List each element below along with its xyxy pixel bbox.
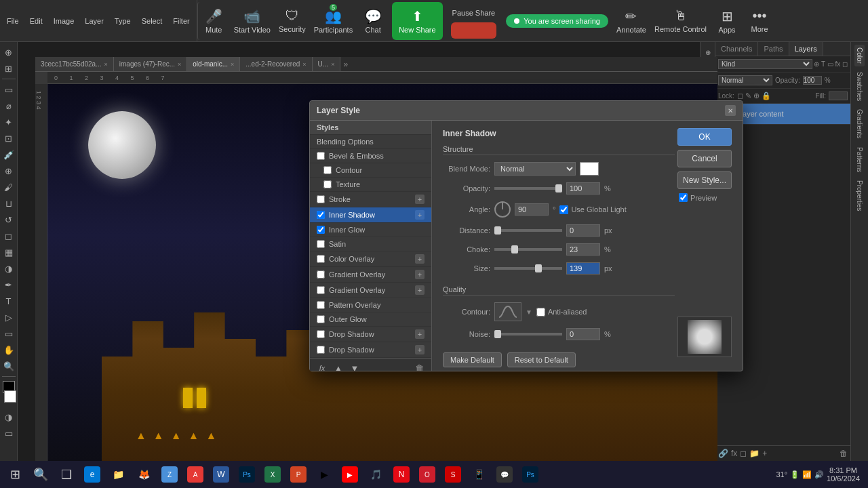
menu-type[interactable]: Type [112,16,134,26]
color-panel-tab[interactable]: Color [854,45,865,66]
start-button[interactable]: ⊞ [3,462,27,487]
tab-1[interactable]: 3cecc17bc55d02a...× [35,57,114,72]
edge-button[interactable]: e [80,463,104,486]
create-layer-btn[interactable]: + [762,449,767,458]
fx-effects-button[interactable]: fx [315,361,329,371]
menu-file[interactable]: File [4,16,22,26]
lasso-tool[interactable]: ⌀ [1,98,16,113]
word-button[interactable]: W [209,463,233,486]
move-down-btn[interactable]: ▼ [348,361,361,371]
blending-options-item[interactable]: Blending Options [310,135,431,149]
menu-select[interactable]: Select [139,16,165,26]
youtube-button[interactable]: ▶ [338,463,362,486]
hand-tool[interactable]: ✋ [1,342,16,357]
gradient-tool[interactable]: ▦ [1,245,16,260]
path-tool[interactable]: ▷ [1,310,16,325]
start-video-button[interactable]: 📹 Start Video [230,2,275,40]
app3-button[interactable]: S [441,463,465,486]
layer-kind-select[interactable]: Kind [718,59,812,69]
gradient-overlay-add-btn-2[interactable]: + [415,285,425,295]
preview-check[interactable] [679,193,688,202]
inner-shadow-add-btn[interactable]: + [415,210,425,220]
app1-button[interactable]: Z [157,463,182,486]
gradient-overlay-check-2[interactable] [317,286,325,294]
blend-mode-select[interactable]: Normal [718,75,772,85]
ps-button[interactable]: Ps [235,463,259,486]
new-style-button[interactable]: New Style... [677,171,732,189]
anti-alias-label[interactable]: Anti-aliased [536,308,587,317]
create-group-btn[interactable]: 📁 [749,449,760,458]
mute-button[interactable]: 🎤 Mute [197,2,230,40]
inner-glow-check[interactable] [317,226,325,234]
cancel-button[interactable]: Cancel [677,150,732,167]
tab-2[interactable]: images (47)-Rec...× [114,57,188,72]
inner-glow-item[interactable]: Inner Glow [310,223,431,237]
pause-share-button[interactable]: Pause Share [448,3,500,22]
choke-input[interactable] [566,243,600,256]
global-light-check[interactable] [559,205,568,214]
noise-input[interactable] [566,328,600,340]
apps-button[interactable]: ⊞ Apps [711,2,743,40]
pattern-overlay-item[interactable]: Pattern Overlay [310,298,431,312]
dialog-close-button[interactable]: ✕ [725,105,736,116]
fill-input[interactable] [829,92,848,100]
gradients-panel-tab[interactable]: Gradients [854,106,865,141]
chat-button[interactable]: 💬 Chat [357,2,389,40]
opacity-slider[interactable] [494,187,562,190]
brush-tool[interactable]: 🖌 [1,180,16,195]
opacity-input-dialog[interactable] [566,182,600,195]
app4-button[interactable]: 📱 [467,463,491,486]
delete-layer-btn[interactable]: 🗑 [840,449,848,458]
menu-image[interactable]: Image [51,16,77,26]
excel-button[interactable]: X [260,463,285,486]
marquee-tool[interactable]: ▭ [1,82,16,97]
satin-item[interactable]: Satin [310,237,431,251]
artboard-tool[interactable]: ⊞ [1,61,16,76]
angle-dial[interactable] [494,201,511,218]
texture-item[interactable]: Texture [310,178,431,192]
contour-item[interactable]: Contour [310,163,431,178]
gradient-overlay-item-2[interactable]: Gradient Overlay + [310,283,431,298]
swatches-panel-tab[interactable]: Swatches [854,69,865,104]
link-layers-btn[interactable]: 🔗 [718,449,728,458]
size-input[interactable] [566,262,600,274]
remote-control-button[interactable]: 🖱 Remote Control [650,2,711,40]
participants-button[interactable]: 👥 Participants 5 [310,2,357,40]
annotate-button[interactable]: ✏ Annotate [612,2,650,40]
gradient-overlay-item-1[interactable]: Gradient Overlay + [310,267,431,283]
color-overlay-add-btn[interactable]: + [415,254,425,264]
outer-glow-check[interactable] [317,315,325,323]
tab-3[interactable]: old-manic...× [187,57,240,72]
task-view-button[interactable]: ❑ [54,462,79,487]
bevel-emboss-item[interactable]: Bevel & Emboss [310,149,431,163]
noise-slider-thumb[interactable] [494,330,501,338]
stop-share-button[interactable] [451,22,497,39]
blend-color-swatch[interactable] [580,162,599,176]
pen-tool[interactable]: ✒ [1,277,16,292]
stroke-add-btn[interactable]: + [415,195,425,204]
inner-shadow-item[interactable]: Inner Shadow + [310,207,431,223]
type-tool[interactable]: T [1,293,16,308]
firefox-button[interactable]: 🦊 [132,463,156,486]
heal-tool[interactable]: ⊕ [1,163,16,178]
paths-tab[interactable]: Paths [758,42,789,56]
global-light-label[interactable]: Use Global Light [559,205,626,214]
reset-default-button[interactable]: Reset to Default [507,352,576,367]
shape-tool[interactable]: ▭ [1,326,16,341]
channels-tab[interactable]: Channels [715,42,758,56]
search-button[interactable]: 🔍 [28,462,53,487]
menu-edit[interactable]: Edit [27,16,45,26]
ps2-button[interactable]: Ps [518,463,542,486]
eyedropper-tool[interactable]: 💉 [1,147,16,162]
tab-4[interactable]: ...ed-2-Recovered× [240,57,312,72]
dodge-tool[interactable]: ◑ [1,261,16,276]
menu-layer[interactable]: Layer [82,16,106,26]
size-slider-thumb[interactable] [535,264,542,272]
contour-dropdown-arrow[interactable]: ▼ [526,308,532,316]
color-overlay-check[interactable] [317,255,325,263]
media-button[interactable]: ▶ [312,463,336,486]
blend-mode-dropdown[interactable]: Normal [494,162,576,176]
add-style-btn[interactable]: fx [731,449,737,458]
texture-check[interactable] [323,180,332,188]
choke-slider[interactable] [494,248,562,251]
